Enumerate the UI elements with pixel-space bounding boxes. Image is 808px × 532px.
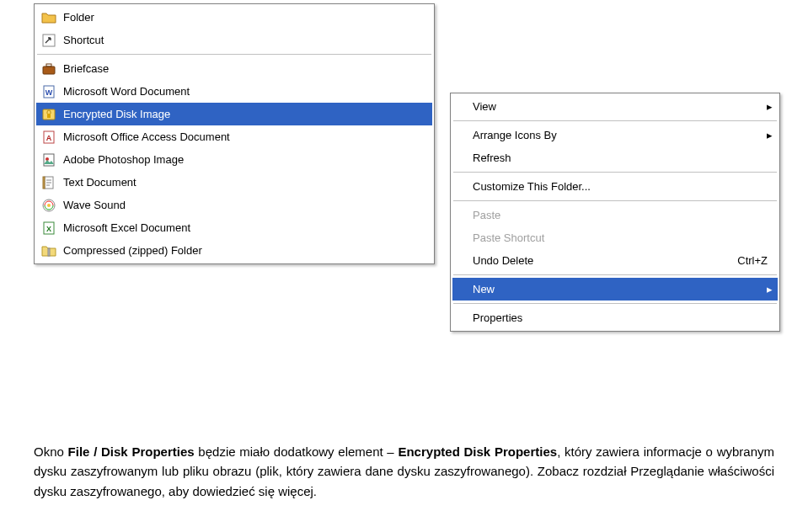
access-doc-icon: A	[38, 130, 60, 145]
svg-text:W: W	[45, 88, 53, 97]
menuitem-label: Arrange Icons By	[469, 129, 761, 141]
menuitem-shortcut[interactable]: Shortcut	[36, 29, 432, 51]
menuitem-label: Wave Sound	[60, 199, 427, 211]
separator	[453, 200, 777, 201]
svg-point-14	[47, 204, 51, 207]
wave-sound-icon	[38, 198, 60, 213]
svg-rect-2	[46, 64, 51, 66]
menuitem-refresh[interactable]: Refresh	[452, 146, 778, 169]
menuitem-label: Paste	[469, 209, 773, 221]
svg-rect-17	[48, 248, 50, 256]
menuitem-new[interactable]: New ▸	[452, 278, 778, 301]
menuitem-label: Paste Shortcut	[469, 231, 773, 244]
briefcase-icon	[38, 61, 60, 77]
separator	[453, 303, 777, 304]
excel-doc-icon: X	[38, 221, 60, 236]
svg-text:X: X	[46, 225, 51, 233]
menuitem-label: Customize This Folder...	[469, 180, 773, 193]
svg-text:A: A	[46, 134, 52, 142]
menuitem-label: Compressed (zipped) Folder	[60, 244, 427, 257]
menuitem-properties[interactable]: Properties	[452, 306, 778, 329]
menuitem-briefcase[interactable]: Briefcase	[36, 57, 432, 80]
menuitem-label: Encrypted Disk Image	[60, 108, 427, 120]
menuitem-label: Refresh	[469, 152, 773, 164]
chevron-right-icon: ▸	[761, 283, 773, 295]
menuitem-customize-folder[interactable]: Customize This Folder...	[452, 175, 778, 198]
encrypted-disk-icon	[38, 107, 60, 122]
word-doc-icon: W	[38, 84, 60, 99]
menuitem-access[interactable]: A Microsoft Office Access Document	[36, 125, 432, 148]
menuitem-label: Briefcase	[60, 62, 427, 75]
menuitem-word[interactable]: W Microsoft Word Document	[36, 80, 432, 103]
menuitem-label: Shortcut	[60, 34, 427, 46]
menuitem-wave[interactable]: Wave Sound	[36, 194, 432, 216]
menuitem-text[interactable]: Text Document	[36, 171, 432, 194]
submenu-new: Folder Shortcut Briefcase W Microsoft Wo…	[34, 3, 435, 264]
text-doc-icon	[38, 175, 60, 190]
svg-rect-6	[47, 114, 51, 118]
separator	[453, 172, 777, 173]
menuitem-view[interactable]: View ▸	[452, 95, 778, 118]
caption-bold: File / Disk Properties	[68, 444, 195, 459]
menuitem-label: Properties	[469, 311, 773, 324]
separator	[453, 274, 777, 275]
menuitem-undo-delete[interactable]: Undo Delete Ctrl+Z	[452, 249, 778, 272]
menuitem-encrypted-disk[interactable]: Encrypted Disk Image	[36, 103, 432, 125]
caption-text: będzie miało dodatkowy element –	[195, 444, 399, 459]
menuitem-paste-shortcut[interactable]: Paste Shortcut	[452, 226, 778, 249]
zip-folder-icon	[38, 243, 60, 258]
chevron-right-icon: ▸	[761, 129, 773, 141]
menuitem-label: Text Document	[60, 176, 427, 189]
menuitem-label: Microsoft Excel Document	[60, 221, 427, 234]
menuitem-label: Microsoft Word Document	[60, 85, 427, 98]
menuitem-label: New	[469, 283, 761, 295]
menuitem-photoshop[interactable]: Adobe Photoshop Image	[36, 148, 432, 171]
caption-text: Okno	[34, 444, 68, 459]
menuitem-paste[interactable]: Paste	[452, 204, 778, 226]
svg-rect-1	[43, 66, 55, 74]
separator	[37, 54, 431, 55]
caption-paragraph: Okno File / Disk Properties będzie miało…	[34, 442, 774, 501]
separator	[453, 120, 777, 121]
menuitem-label: View	[469, 100, 761, 113]
chevron-right-icon: ▸	[761, 100, 773, 113]
svg-rect-0	[43, 35, 55, 46]
menuitem-excel[interactable]: X Microsoft Excel Document	[36, 216, 432, 239]
caption-bold: Encrypted Disk Properties	[398, 444, 557, 459]
folder-icon	[38, 10, 60, 25]
menuitem-zip[interactable]: Compressed (zipped) Folder	[36, 239, 432, 262]
photoshop-icon	[38, 152, 60, 168]
menuitem-label: Undo Delete	[469, 254, 737, 267]
shortcut-icon	[38, 33, 60, 48]
svg-rect-12	[43, 177, 45, 189]
menuitem-label: Adobe Photoshop Image	[60, 153, 427, 166]
menuitem-label: Folder	[60, 11, 427, 24]
menuitem-arrange-icons[interactable]: Arrange Icons By ▸	[452, 124, 778, 146]
shortcut-text: Ctrl+Z	[737, 254, 773, 267]
menuitem-folder[interactable]: Folder	[36, 6, 432, 29]
menuitem-label: Microsoft Office Access Document	[60, 130, 427, 143]
context-menu: View ▸ Arrange Icons By ▸ Refresh Custom…	[450, 93, 780, 332]
